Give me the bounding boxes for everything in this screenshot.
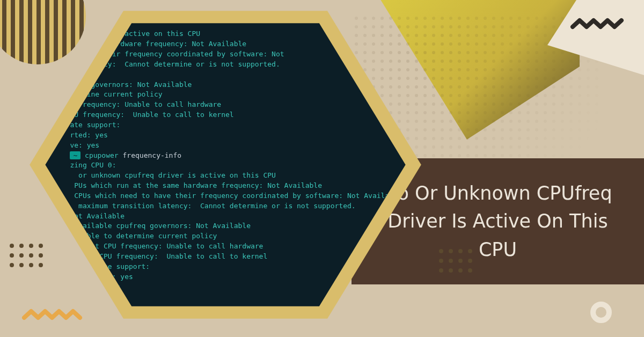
terminal-screenshot: eq driver is active on this CPU the same… bbox=[38, 14, 413, 315]
zigzag-icon bbox=[570, 16, 629, 32]
ring-icon bbox=[590, 302, 612, 323]
hexagon-frame: eq driver is active on this CPU the same… bbox=[21, 1, 429, 328]
dot-grid-decoration bbox=[439, 249, 472, 273]
